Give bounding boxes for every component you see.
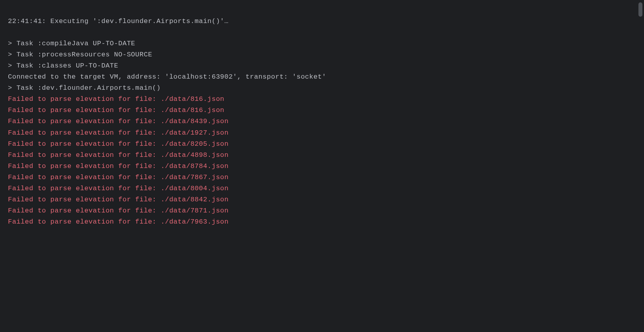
console-error-line: Failed to parse elevation for file: ./da… (8, 161, 636, 172)
console-error-line: Failed to parse elevation for file: ./da… (8, 127, 636, 139)
console-error-line: Failed to parse elevation for file: ./da… (8, 105, 636, 116)
console-line: > Task :processResources NO-SOURCE (8, 49, 636, 60)
console-line: > Task :classes UP-TO-DATE (8, 60, 636, 71)
console-line: Connected to the target VM, address: 'lo… (8, 71, 636, 83)
console-error-line: Failed to parse elevation for file: ./da… (8, 150, 636, 161)
console-line: 22:41:41: Executing ':dev.flounder.Airpo… (8, 16, 636, 27)
console-error-line: Failed to parse elevation for file: ./da… (8, 216, 636, 228)
console-line: > Task :dev.flounder.Airports.main() (8, 83, 636, 94)
console-error-line: Failed to parse elevation for file: ./da… (8, 172, 636, 183)
console-line: > Task :compileJava UP-TO-DATE (8, 38, 636, 49)
console-error-line: Failed to parse elevation for file: ./da… (8, 94, 636, 105)
console-error-line: Failed to parse elevation for file: ./da… (8, 194, 636, 205)
console-blank-line (8, 27, 636, 38)
scrollbar-thumb[interactable] (638, 2, 642, 17)
console-error-line: Failed to parse elevation for file: ./da… (8, 139, 636, 150)
console-error-line: Failed to parse elevation for file: ./da… (8, 205, 636, 216)
console-error-line: Failed to parse elevation for file: ./da… (8, 183, 636, 194)
console-error-line: Failed to parse elevation for file: ./da… (8, 116, 636, 127)
console-output[interactable]: 22:41:41: Executing ':dev.flounder.Airpo… (8, 5, 636, 327)
